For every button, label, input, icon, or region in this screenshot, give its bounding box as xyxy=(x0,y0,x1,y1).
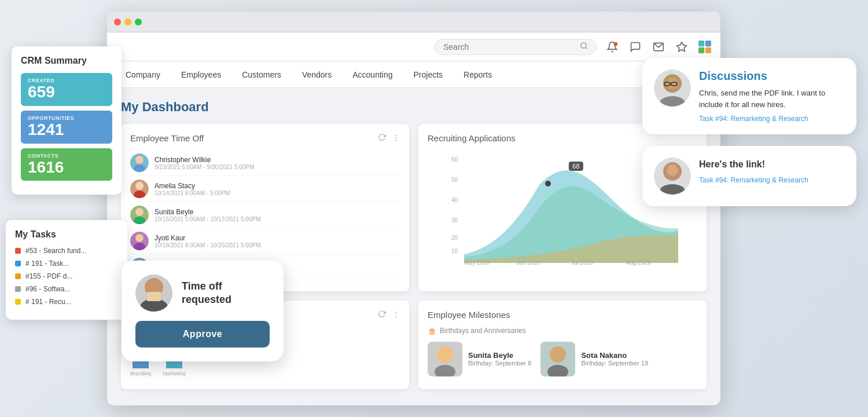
milestone-person: Sota Nakano Birthday: September 19 xyxy=(540,342,648,376)
nav-projects[interactable]: Projects xyxy=(404,65,453,84)
maximize-dot[interactable] xyxy=(135,19,142,25)
list-item[interactable]: Sunita Beyle 10/15/2021 5:00AM - 10/17/2… xyxy=(130,202,400,228)
svg-rect-37 xyxy=(147,292,161,301)
refresh-icon[interactable] xyxy=(378,310,386,320)
search-input[interactable] xyxy=(443,42,576,52)
task-dot xyxy=(15,286,21,292)
avatar xyxy=(130,153,149,172)
employee-dates: 10/18/2021 8:00AM - 10/25/2021 5:00PM xyxy=(155,242,260,248)
list-item[interactable]: # 191 - Task... xyxy=(15,259,118,268)
svg-point-26 xyxy=(545,181,551,186)
widget-header: Employee Milestones xyxy=(428,310,697,320)
dashboard-title: My Dashboard xyxy=(121,100,707,115)
milestone-people: Sunita Beyle Birthday: September 8 xyxy=(428,342,697,376)
notification-icon[interactable] xyxy=(606,41,619,53)
crm-contacts-block[interactable]: CONTACTS 1616 xyxy=(21,148,112,181)
list-item[interactable]: #53 - Search fund... xyxy=(15,247,118,255)
refresh-icon[interactable] xyxy=(378,133,386,143)
task-label: # 191 - Task... xyxy=(25,259,69,268)
avatar xyxy=(130,180,149,198)
svg-text:20: 20 xyxy=(451,235,458,241)
svg-point-0 xyxy=(581,42,586,47)
svg-point-39 xyxy=(660,96,685,107)
employee-name: Jyoti Kaur xyxy=(155,234,260,242)
avatar xyxy=(654,158,691,195)
nav-vendors[interactable]: Vendors xyxy=(293,65,341,84)
chat-icon[interactable] xyxy=(629,41,642,53)
svg-rect-8 xyxy=(705,47,711,53)
notification-person: Time off requested xyxy=(135,275,270,312)
milestones-subtitle-text: Birthdays and Anniversaries xyxy=(440,327,526,335)
approve-button[interactable]: Approve xyxy=(135,321,270,348)
nav-accounting[interactable]: Accounting xyxy=(343,65,402,84)
avatar xyxy=(130,206,149,224)
svg-point-31 xyxy=(437,346,453,363)
browser-titlebar xyxy=(107,12,720,32)
nav-reports[interactable]: Reports xyxy=(454,65,501,84)
messages-icon[interactable] xyxy=(652,41,665,53)
svg-rect-6 xyxy=(705,41,711,46)
avatar xyxy=(130,232,149,250)
star-icon[interactable] xyxy=(675,41,688,53)
milestone-person: Sunita Beyle Birthday: September 8 xyxy=(428,342,531,376)
employee-info: Jyoti Kaur 10/18/2021 8:00AM - 10/25/202… xyxy=(155,234,260,248)
list-item[interactable]: #155 - PDF d... xyxy=(15,272,118,280)
bar-label: Branding xyxy=(130,371,151,376)
nav-customers[interactable]: Customers xyxy=(233,65,290,84)
milestones-widget-title: Employee Milestones xyxy=(428,310,510,320)
employee-info: Amelia Stacy 10/14/2021 8:00AM - 5:00PM xyxy=(155,182,230,196)
svg-point-14 xyxy=(135,208,144,216)
task-label: #155 - PDF d... xyxy=(25,272,72,280)
discussion-bubble: Here's the link! Task #94: Remarketing &… xyxy=(642,146,856,206)
browser-dots xyxy=(114,19,142,25)
discussion-link[interactable]: Task #94: Remarketing & Research xyxy=(699,176,808,184)
nav-company[interactable]: Company xyxy=(116,65,170,84)
task-label: #53 - Search fund... xyxy=(25,247,86,255)
employee-info: Sunita Beyle 10/15/2021 5:00AM - 10/17/2… xyxy=(155,208,260,222)
time-off-notification: Time off requested Approve xyxy=(122,261,284,361)
list-item[interactable]: Christopher Wilkie 9/23/2021 5:00AM - 9/… xyxy=(130,150,400,176)
discussion-content: Discussions Chris, send me the PDF link.… xyxy=(699,70,845,123)
svg-text:Aug 2020: Aug 2020 xyxy=(626,259,651,266)
crm-contacts-label: CONTACTS xyxy=(28,153,105,159)
milestone-date: Birthday: September 19 xyxy=(581,360,648,367)
recruiting-widget-title: Recruiting Applications xyxy=(428,133,516,143)
milestone-name: Sota Nakano xyxy=(581,351,648,360)
crm-summary-card: CRM Summary CREATED 659 OPPORTUNITIES 12… xyxy=(12,46,122,195)
svg-text:May 2020: May 2020 xyxy=(464,259,490,266)
employee-info: Christopher Wilkie 9/23/2021 5:00AM - 9/… xyxy=(155,156,254,170)
more-icon[interactable]: ⋮ xyxy=(392,310,400,320)
discussion-message: Chris, send me the PDF link. I want to i… xyxy=(699,87,845,110)
minimize-dot[interactable] xyxy=(124,19,131,25)
svg-text:60: 60 xyxy=(451,156,458,163)
crm-opportunities-value: 1241 xyxy=(28,121,105,139)
app-logo[interactable] xyxy=(698,41,711,53)
my-tasks-title: My Tasks xyxy=(15,229,118,240)
discussion-link[interactable]: Task #94: Remarketing & Research xyxy=(699,115,845,123)
svg-point-15 xyxy=(134,217,145,224)
employee-name: Amelia Stacy xyxy=(155,182,230,190)
list-item[interactable]: # 191 - Recu... xyxy=(15,298,118,306)
close-dot[interactable] xyxy=(114,19,121,25)
discussions-panel: Discussions Chris, send me the PDF link.… xyxy=(642,58,856,218)
task-dot xyxy=(15,299,21,305)
crm-created-block[interactable]: CREATED 659 xyxy=(21,73,112,106)
svg-point-2 xyxy=(614,42,618,46)
svg-point-46 xyxy=(667,164,678,176)
list-item[interactable]: Jyoti Kaur 10/18/2021 8:00AM - 10/25/202… xyxy=(130,228,400,254)
svg-rect-7 xyxy=(698,47,704,53)
notification-message: Time off requested xyxy=(182,280,270,307)
list-item[interactable]: #96 - Softwa... xyxy=(15,285,118,293)
chart-badge: 68 xyxy=(569,162,583,171)
crm-opportunities-block[interactable]: OPPORTUNITIES 1241 xyxy=(21,111,112,144)
more-icon[interactable]: ⋮ xyxy=(392,133,400,143)
search-container[interactable] xyxy=(435,39,597,55)
list-item[interactable]: Amelia Stacy 10/14/2021 8:00AM - 5:00PM xyxy=(130,176,400,202)
milestone-name: Sunita Beyle xyxy=(468,351,531,360)
nav-employees[interactable]: Employees xyxy=(172,65,230,84)
employee-milestones-widget: Employee Milestones 🎂 Birthdays and Anni… xyxy=(418,301,707,390)
svg-point-16 xyxy=(135,234,144,242)
avatar xyxy=(428,342,462,376)
avatar xyxy=(540,342,575,376)
task-label: # 191 - Recu... xyxy=(25,298,71,306)
